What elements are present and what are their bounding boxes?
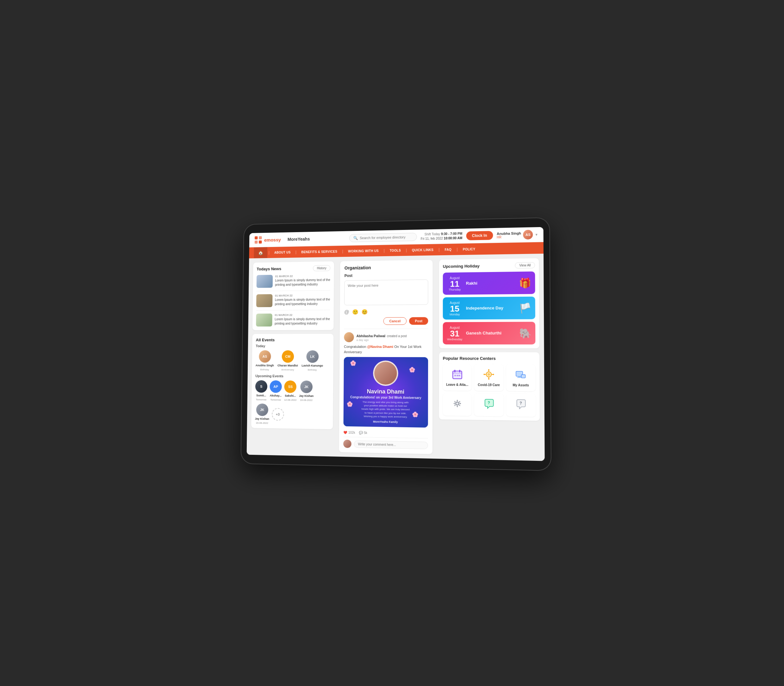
search-bar[interactable]: 🔍 xyxy=(349,232,417,242)
holiday-day-rakhi: 11 xyxy=(447,279,463,288)
svg-rect-26 xyxy=(522,375,525,377)
post-img-subtitle: Congratulations! on your 3rd Work Annive… xyxy=(350,395,421,399)
holiday-weekday-ganesh: Wednesday xyxy=(447,338,463,341)
clock-in-button[interactable]: Clock In xyxy=(466,231,493,240)
nav-item-about[interactable]: ABOUT US xyxy=(270,247,294,258)
news-date-2: 01 MARCH 22 xyxy=(275,294,330,297)
likes-count: 102k xyxy=(349,431,355,434)
event-avatar-anubha: AS xyxy=(259,350,271,363)
holiday-card: Upcoming Holiday View All August 11 Thur… xyxy=(439,258,539,348)
upcoming-name-akshay: Akshay... xyxy=(270,394,282,397)
holiday-weekday-rakhi: Thursday xyxy=(447,287,463,291)
upcoming-name-jay1: Jay Kishan xyxy=(299,394,314,397)
date-info: Fri 11, feb 2022 xyxy=(421,237,443,240)
mention-icon[interactable]: @ xyxy=(344,309,349,315)
resources-card: Popular Resource Centers xyxy=(439,352,540,421)
resource-question2[interactable]: ? xyxy=(506,394,536,416)
todays-news-card: Todays News History 01 MARCH 22 Lorem Ip… xyxy=(252,261,334,330)
upcoming-avatar-sakshi: SS xyxy=(285,380,297,393)
chevron-down-icon: ▼ xyxy=(535,232,538,236)
covid-label: Covid-19 Care xyxy=(478,383,499,387)
shift-time: 9:30 - 7:00 PM xyxy=(441,232,462,236)
upcoming-avatar-sumit: S xyxy=(255,380,267,393)
news-thumb-2 xyxy=(256,294,273,307)
cancel-button[interactable]: Cancel xyxy=(383,317,407,325)
upcoming-name-sumit: Sumit... xyxy=(256,394,266,397)
nav-divider: | xyxy=(268,250,270,255)
resource-question1[interactable]: ? xyxy=(474,393,504,416)
more-badge[interactable]: +3 xyxy=(272,408,284,420)
post-author-info: Abhilasha Paliwal created a post a day a… xyxy=(356,332,406,341)
event-name-charan: Charan Mandloi xyxy=(277,364,298,367)
org-title: Organization xyxy=(345,264,428,270)
holiday-title: Upcoming Holiday xyxy=(443,263,480,269)
news-item-3: 01 MARCH 22 Lorem Ipsum is simply dummy … xyxy=(256,313,330,327)
svg-point-18 xyxy=(488,378,489,379)
flower-decoration-1: 🌸 xyxy=(350,360,359,369)
holiday-date-ganesh: August 31 Wednesday xyxy=(447,325,463,341)
news-date-1: 01 MARCH 22 xyxy=(275,274,330,278)
left-column: Todays News History 01 MARCH 22 Lorem Ip… xyxy=(251,261,337,452)
emoji-smile-icon[interactable]: 🙂 xyxy=(352,309,358,315)
upcoming-more: +3 xyxy=(272,408,284,420)
event-person-anubha: AS Anubha Singh Birthday xyxy=(255,350,274,371)
upcoming-person-jay2: JK Jay Kishan 16-08-2022 xyxy=(255,403,269,425)
event-type-lavish: Birthday xyxy=(308,368,317,371)
news-content-3: 01 MARCH 22 Lorem Ipsum is simply dummy … xyxy=(275,313,330,327)
news-text-1: Lorem Ipsum is simply dummy text of the … xyxy=(275,278,330,287)
upcoming-avatar-akshay: AP xyxy=(270,380,282,393)
middle-column: Organization Post @ 🙂 😊 Cancel Post xyxy=(336,260,435,454)
resource-leave[interactable]: Leave & Atta... xyxy=(443,364,472,390)
svg-rect-7 xyxy=(459,370,460,372)
nav-divider-2: | xyxy=(295,250,297,254)
logo-area: emossy xyxy=(254,235,284,244)
svg-rect-8 xyxy=(454,375,456,376)
comment-input-area xyxy=(343,436,428,449)
nav-item-working[interactable]: WORKING WITH US xyxy=(344,245,382,256)
nav-item-faq[interactable]: FAQ xyxy=(441,244,455,255)
nav-item-tools[interactable]: TOOLS xyxy=(386,245,405,256)
post-img-footer: MoreYeahs Family xyxy=(373,420,398,423)
post-textarea[interactable] xyxy=(344,279,428,305)
svg-text:?: ? xyxy=(519,401,522,405)
search-input[interactable] xyxy=(360,235,413,240)
event-person-lavish: LK Lavish Kanungo Birthday xyxy=(301,350,323,371)
brand-title: MoreYeahs xyxy=(288,236,346,242)
comment-avatar xyxy=(343,439,352,448)
comment-input[interactable] xyxy=(354,440,428,449)
leave-icon xyxy=(451,368,464,381)
question1-icon: ? xyxy=(482,397,495,410)
event-name-anubha: Anubha Singh xyxy=(255,364,274,367)
nav-item-policy[interactable]: POLICY xyxy=(459,243,479,254)
holiday-day-ganesh: 31 xyxy=(447,329,463,337)
history-button[interactable]: History xyxy=(313,265,330,271)
svg-point-17 xyxy=(488,369,489,370)
likes-stat[interactable]: ❤️ 102k xyxy=(343,430,355,434)
user-role: HR xyxy=(497,235,521,239)
emoji-happy-icon[interactable]: 😊 xyxy=(362,309,368,315)
nav-item-benefits[interactable]: BENEFITS & SERVICES xyxy=(298,246,341,257)
post-action-text: created a post xyxy=(387,334,407,338)
svg-point-19 xyxy=(483,374,485,375)
post-button[interactable]: Post xyxy=(409,317,428,325)
resource-assets[interactable]: My Assets xyxy=(506,364,536,391)
resource-gear[interactable] xyxy=(443,393,471,416)
post-content: Congratulation @Navina Dhami On Your 1st… xyxy=(344,344,428,354)
nav-item-quicklinks[interactable]: QUICK LINKS xyxy=(408,244,437,255)
user-name: Anubha Singh xyxy=(497,231,521,235)
event-type-charan: Anniversary xyxy=(281,368,294,371)
svg-rect-10 xyxy=(458,375,460,376)
holiday-icon-independence: 🏳️ xyxy=(519,302,532,314)
todays-news-title: Todays News xyxy=(257,266,281,271)
upcoming-person-sumit: S Sumit... Tomorrow xyxy=(255,380,267,401)
covid-icon xyxy=(482,368,495,381)
news-content-1: 01 MARCH 22 Lorem Ipsum is simply dummy … xyxy=(275,274,330,287)
news-thumb-1 xyxy=(257,274,273,287)
comments-stat[interactable]: 💬 5k xyxy=(359,431,367,434)
nav-home-button[interactable]: 🏠 xyxy=(254,247,267,258)
svg-rect-22 xyxy=(517,372,522,375)
view-all-button[interactable]: View All xyxy=(515,262,535,268)
holiday-date-independence: August 15 Monday xyxy=(447,301,463,316)
resource-covid[interactable]: Covid-19 Care xyxy=(474,364,503,391)
nav-divider-7: | xyxy=(456,247,458,252)
